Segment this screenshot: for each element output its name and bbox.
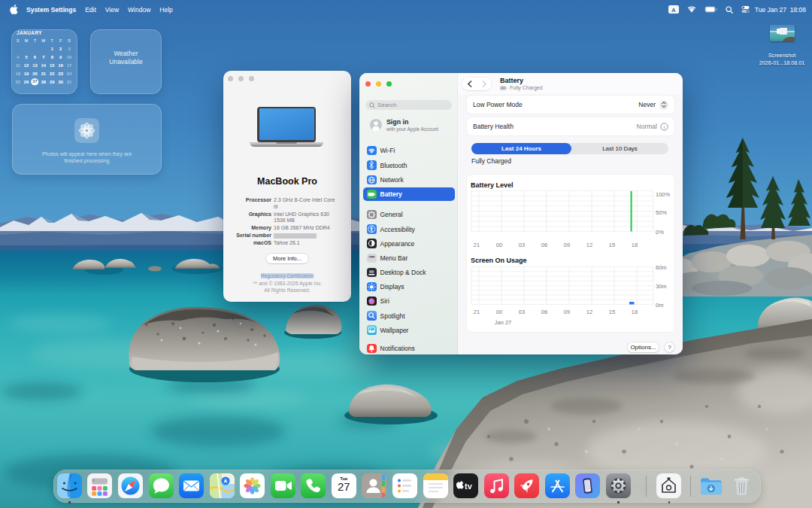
svg-text:18: 18 [632, 309, 638, 315]
svg-text:12: 12 [586, 242, 592, 248]
svg-text:12: 12 [586, 309, 592, 315]
svg-text:03: 03 [519, 309, 525, 315]
svg-text:tv: tv [465, 482, 473, 491]
svg-text:00: 00 [496, 309, 502, 315]
svg-text:i: i [664, 124, 665, 130]
svg-text:00: 00 [496, 242, 502, 248]
svg-text:Screen On Usage: Screen On Usage [471, 257, 527, 264]
svg-text:0m: 0m [656, 302, 663, 309]
svg-text:09: 09 [564, 309, 570, 315]
svg-text:06: 06 [541, 242, 547, 248]
svg-text:60m: 60m [656, 264, 667, 271]
svg-text:09: 09 [564, 242, 570, 248]
svg-text:A: A [671, 7, 676, 14]
svg-text:Battery Level: Battery Level [471, 181, 514, 189]
svg-text:15: 15 [609, 309, 615, 315]
svg-text:06: 06 [541, 309, 547, 315]
svg-text:100%: 100% [656, 191, 671, 198]
svg-text:03: 03 [519, 242, 525, 248]
svg-text:15: 15 [609, 242, 615, 248]
svg-text:Jan 27: Jan 27 [495, 319, 512, 326]
svg-text:21: 21 [474, 309, 480, 315]
svg-text:0%: 0% [656, 229, 664, 236]
svg-text:21: 21 [474, 242, 480, 248]
svg-text:18: 18 [632, 242, 638, 248]
svg-text:30m: 30m [656, 283, 667, 290]
svg-text:50%: 50% [656, 209, 667, 216]
